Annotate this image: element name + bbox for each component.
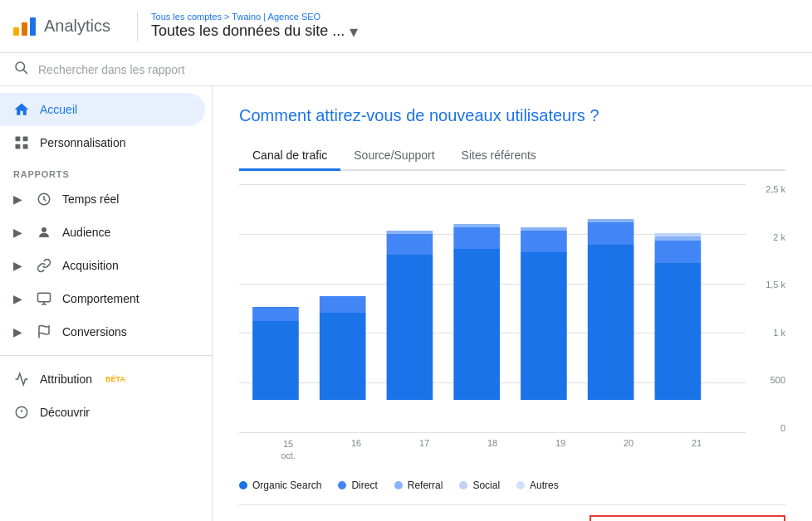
tab-canal[interactable]: Canal de trafic xyxy=(239,142,340,171)
chevron-right-icon: ▶ xyxy=(13,192,22,206)
legend-label-referral: Referral xyxy=(408,480,443,491)
svg-rect-29 xyxy=(588,222,634,245)
x-label-20: 20 xyxy=(594,438,663,448)
sidebar-item-personnalisation[interactable]: Personnalisation xyxy=(0,126,205,159)
content-area: Comment attirez-vous de nouveaux utilisa… xyxy=(213,86,812,521)
svg-rect-19 xyxy=(387,255,433,400)
sidebar-item-temps-reel[interactable]: ▶ Temps réel xyxy=(0,183,205,216)
svg-rect-23 xyxy=(453,227,500,249)
svg-rect-30 xyxy=(588,219,634,222)
attribution-icon xyxy=(13,371,30,387)
svg-rect-16 xyxy=(252,307,299,321)
sidebar-item-acquisition[interactable]: ▶ Acquisition xyxy=(0,249,205,282)
chevron-right-icon: ▶ xyxy=(13,292,22,305)
legend-referral: Referral xyxy=(394,480,443,491)
legend-organic: Organic Search xyxy=(239,480,321,491)
tab-source[interactable]: Source/Support xyxy=(340,142,448,171)
header-divider xyxy=(137,12,138,41)
legend-label-direct: Direct xyxy=(351,480,377,491)
x-label-16: 16 xyxy=(322,438,390,448)
sidebar-item-comportement[interactable]: ▶ Comportement xyxy=(0,282,205,315)
home-icon xyxy=(13,101,30,118)
legend-dot-social xyxy=(459,481,467,489)
sidebar-item-accueil[interactable]: Accueil xyxy=(0,93,205,126)
header: Analytics Tous les comptes > Twaino | Ag… xyxy=(0,0,812,53)
svg-rect-25 xyxy=(521,252,567,400)
chevron-right-icon: ▶ xyxy=(13,226,22,239)
tab-sites[interactable]: Sites référents xyxy=(448,142,550,171)
sidebar-item-label: Découvrir xyxy=(40,406,90,419)
sidebar-item-label: Audience xyxy=(62,226,110,239)
legend-label-social: Social xyxy=(472,480,500,491)
svg-rect-3 xyxy=(23,137,28,142)
logo-bar-blue xyxy=(30,17,36,36)
sidebar-item-conversions[interactable]: ▶ Conversions xyxy=(0,315,205,348)
y-label-2500: 2,5 k xyxy=(766,184,785,194)
logo-bar-yellow xyxy=(13,27,19,36)
sidebar-item-attribution[interactable]: Attribution BÉTA xyxy=(0,363,205,396)
dropdown-icon: ▾ xyxy=(350,22,358,41)
site-title: Toutes les données du site ... xyxy=(151,22,345,40)
grid-line-bottom xyxy=(239,432,746,433)
search-input[interactable] xyxy=(38,63,221,76)
sidebar-item-label: Comportement xyxy=(62,292,139,305)
sidebar-item-audience[interactable]: ▶ Audience xyxy=(0,216,205,249)
svg-rect-21 xyxy=(387,231,433,234)
svg-rect-8 xyxy=(38,293,51,302)
y-label-2000: 2 k xyxy=(773,232,785,242)
chart-legend: Organic Search Direct Referral Social Au… xyxy=(239,480,785,491)
legend-dot-autres xyxy=(516,481,525,489)
logo-bar-orange xyxy=(22,22,27,36)
svg-rect-32 xyxy=(655,241,702,263)
svg-rect-24 xyxy=(453,224,500,227)
svg-rect-33 xyxy=(655,236,702,241)
x-label-15: 15oct. xyxy=(254,438,322,462)
site-selector[interactable]: Toutes les données du site ... ▾ xyxy=(151,22,358,41)
legend-social: Social xyxy=(459,480,500,491)
svg-rect-31 xyxy=(655,263,702,400)
legend-dot-direct xyxy=(338,481,346,489)
bar-chart xyxy=(239,184,746,416)
breadcrumb: Tous les comptes > Twaino | Agence SEO xyxy=(151,12,358,22)
svg-rect-26 xyxy=(521,231,567,252)
svg-rect-4 xyxy=(16,144,21,149)
sidebar: Accueil Personnalisation RAPPORTS ▶ Temp… xyxy=(0,86,213,521)
sidebar-item-label: Attribution xyxy=(40,372,92,386)
legend-autres: Autres xyxy=(516,480,559,491)
flag-icon xyxy=(36,324,52,340)
y-label-1500: 1,5 k xyxy=(766,280,785,290)
y-label-500: 500 xyxy=(770,375,785,385)
app-title: Analytics xyxy=(44,17,110,36)
y-axis-labels: 2,5 k 2 k 1,5 k 1 k 500 0 xyxy=(752,184,785,433)
svg-rect-18 xyxy=(320,296,366,313)
clock-icon xyxy=(36,191,52,207)
acquisition-link-button[interactable]: RAPPORT SUR L'ACQUISITION › xyxy=(589,515,785,521)
search-bar xyxy=(0,53,812,86)
svg-rect-2 xyxy=(16,137,21,142)
acquisition-icon xyxy=(36,257,52,274)
sidebar-item-label: Temps réel xyxy=(62,192,119,206)
tabs: Canal de trafic Source/Support Sites réf… xyxy=(239,142,785,171)
legend-label-autres: Autres xyxy=(530,480,559,491)
svg-point-7 xyxy=(42,227,46,232)
y-label-0: 0 xyxy=(780,423,785,433)
svg-rect-28 xyxy=(588,245,634,400)
svg-rect-15 xyxy=(252,321,299,400)
discover-icon xyxy=(13,404,30,421)
sidebar-item-decouvrir[interactable]: Découvrir xyxy=(0,396,205,429)
chevron-right-icon: ▶ xyxy=(13,325,22,338)
chevron-right-icon: ▶ xyxy=(13,259,22,272)
y-label-1000: 1 k xyxy=(773,328,785,338)
sidebar-item-label: Acquisition xyxy=(62,259,119,272)
svg-rect-5 xyxy=(23,144,28,149)
main-layout: Accueil Personnalisation RAPPORTS ▶ Temp… xyxy=(0,86,812,521)
sidebar-item-label: Personnalisation xyxy=(40,136,126,149)
x-label-19: 19 xyxy=(526,438,594,448)
logo: Analytics xyxy=(13,17,110,36)
svg-rect-17 xyxy=(320,313,366,400)
sidebar-item-label: Accueil xyxy=(40,103,77,116)
header-nav: Tous les comptes > Twaino | Agence SEO T… xyxy=(151,12,358,41)
x-label-21: 21 xyxy=(663,438,731,448)
logo-icon xyxy=(13,17,36,36)
sidebar-divider xyxy=(0,355,212,356)
